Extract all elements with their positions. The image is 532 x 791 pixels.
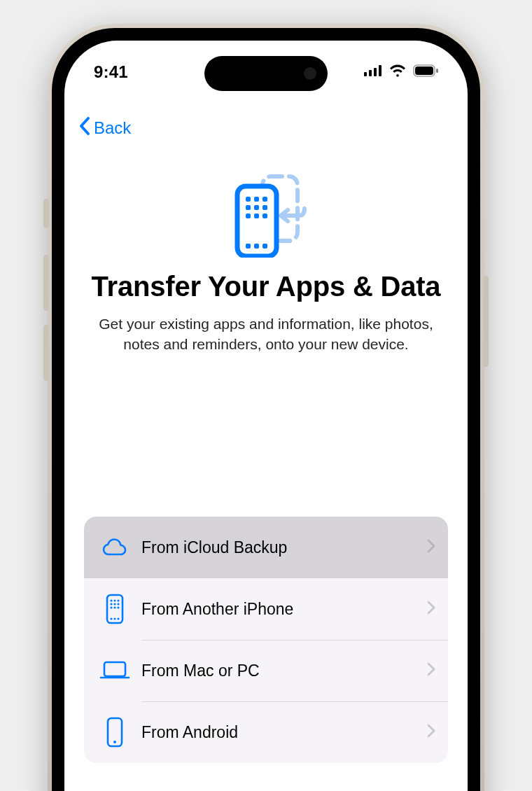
iphone-icon bbox=[97, 594, 133, 624]
svg-rect-9 bbox=[246, 197, 251, 202]
svg-rect-3 bbox=[379, 65, 382, 76]
transfer-apps-hero-icon bbox=[220, 174, 312, 258]
page-subtitle: Get your existing apps and information, … bbox=[84, 314, 448, 355]
status-bar: 9:41 bbox=[64, 41, 468, 104]
back-button[interactable]: Back bbox=[78, 116, 131, 140]
svg-point-27 bbox=[117, 603, 119, 605]
chevron-right-icon bbox=[427, 662, 435, 679]
transfer-options-list: From iCloud Backup bbox=[84, 517, 448, 763]
chevron-right-icon bbox=[427, 724, 435, 741]
svg-point-29 bbox=[113, 606, 115, 608]
chevron-left-icon bbox=[78, 116, 91, 140]
chevron-right-icon bbox=[427, 601, 435, 617]
back-label: Back bbox=[94, 118, 131, 138]
svg-rect-2 bbox=[374, 68, 377, 76]
svg-rect-13 bbox=[254, 205, 259, 210]
svg-point-33 bbox=[117, 617, 119, 620]
svg-rect-17 bbox=[262, 214, 267, 218]
power-button bbox=[483, 276, 489, 367]
android-phone-icon bbox=[97, 717, 133, 748]
svg-rect-15 bbox=[246, 214, 251, 218]
cellular-signal-icon bbox=[364, 65, 382, 79]
svg-point-30 bbox=[117, 606, 119, 608]
svg-rect-34 bbox=[104, 662, 125, 676]
option-another-iphone[interactable]: From Another iPhone bbox=[84, 578, 448, 640]
option-mac-or-pc[interactable]: From Mac or PC bbox=[84, 640, 448, 701]
wifi-icon bbox=[389, 64, 406, 80]
svg-point-32 bbox=[113, 617, 115, 620]
svg-rect-10 bbox=[254, 197, 259, 202]
svg-point-24 bbox=[117, 599, 119, 601]
svg-rect-11 bbox=[262, 197, 267, 202]
svg-point-31 bbox=[110, 617, 112, 620]
chevron-right-icon bbox=[427, 539, 435, 556]
volume-up-button bbox=[43, 255, 49, 311]
svg-point-23 bbox=[113, 599, 115, 601]
volume-down-button bbox=[43, 325, 49, 381]
svg-point-25 bbox=[110, 603, 112, 605]
iphone-device-frame: 9:41 bbox=[48, 24, 484, 791]
svg-rect-19 bbox=[254, 244, 259, 248]
cloud-icon bbox=[97, 538, 133, 557]
svg-point-26 bbox=[113, 603, 115, 605]
svg-point-28 bbox=[110, 606, 112, 608]
svg-rect-18 bbox=[246, 244, 251, 248]
battery-icon bbox=[413, 64, 438, 80]
option-label: From iCloud Backup bbox=[133, 538, 427, 557]
svg-rect-12 bbox=[246, 205, 251, 210]
svg-rect-0 bbox=[364, 72, 367, 76]
screen: 9:41 bbox=[64, 41, 468, 791]
option-label: From Android bbox=[133, 723, 427, 742]
svg-rect-1 bbox=[369, 70, 372, 76]
svg-rect-16 bbox=[254, 214, 259, 218]
nav-bar: Back bbox=[64, 111, 468, 146]
status-time: 9:41 bbox=[94, 62, 128, 82]
option-android[interactable]: From Android bbox=[84, 701, 448, 763]
svg-rect-14 bbox=[262, 205, 267, 210]
silence-switch bbox=[43, 199, 49, 228]
page-title: Transfer Your Apps & Data bbox=[84, 270, 448, 302]
laptop-icon bbox=[97, 660, 133, 681]
svg-point-22 bbox=[110, 599, 112, 601]
svg-point-36 bbox=[113, 741, 116, 743]
option-label: From Mac or PC bbox=[133, 662, 427, 680]
option-icloud-backup[interactable]: From iCloud Backup bbox=[84, 517, 448, 578]
option-label: From Another iPhone bbox=[133, 600, 427, 619]
svg-rect-20 bbox=[262, 244, 267, 248]
svg-rect-6 bbox=[436, 69, 438, 73]
svg-rect-5 bbox=[415, 66, 433, 75]
